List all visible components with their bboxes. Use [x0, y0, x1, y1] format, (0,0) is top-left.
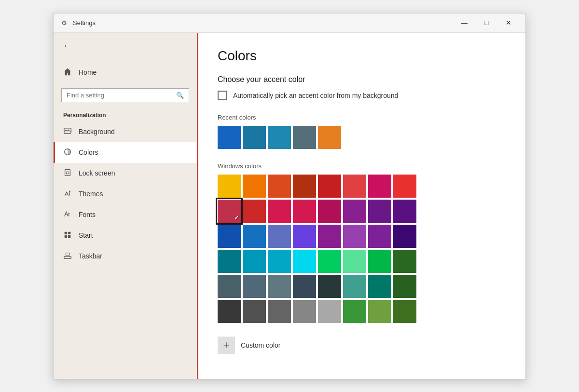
sidebar-item-taskbar[interactable]: Taskbar: [54, 246, 197, 267]
windows-color-swatch[interactable]: [268, 225, 291, 248]
windows-color-swatch[interactable]: [268, 200, 291, 223]
page-title: Colors: [218, 48, 506, 64]
search-box[interactable]: 🔍: [61, 88, 189, 102]
accent-heading: Choose your accent color: [218, 75, 506, 84]
recent-color-swatch[interactable]: [243, 126, 266, 149]
auto-accent-row: Automatically pick an accent color from …: [218, 91, 506, 100]
windows-color-swatch[interactable]: [343, 275, 366, 298]
sidebar-item-themes[interactable]: Themes: [54, 184, 197, 204]
windows-color-swatch[interactable]: [243, 175, 266, 198]
sidebar-item-lockscreen[interactable]: Lock screen: [54, 163, 197, 184]
recent-colors-row: [218, 126, 506, 149]
svg-rect-2: [65, 169, 70, 176]
windows-color-swatch[interactable]: [368, 225, 391, 248]
home-icon: [63, 68, 72, 78]
windows-color-swatch[interactable]: [343, 175, 366, 198]
titlebar-left: ⚙ Settings: [61, 19, 96, 27]
windows-color-swatch[interactable]: [343, 250, 366, 273]
windows-color-swatch[interactable]: [318, 300, 341, 323]
windows-color-swatch[interactable]: [268, 300, 291, 323]
auto-accent-label: Automatically pick an accent color from …: [233, 92, 398, 99]
close-button[interactable]: ✕: [497, 13, 520, 32]
sidebar-item-start[interactable]: Start: [54, 225, 197, 246]
custom-color-button[interactable]: + Custom color: [218, 333, 506, 358]
titlebar-controls: — □ ✕: [453, 13, 520, 32]
windows-color-swatch[interactable]: [293, 250, 316, 273]
windows-color-swatch[interactable]: [243, 300, 266, 323]
svg-rect-11: [66, 253, 69, 255]
windows-color-swatch[interactable]: [368, 200, 391, 223]
windows-color-swatch[interactable]: [318, 200, 341, 223]
maximize-button[interactable]: □: [475, 13, 497, 32]
colors-label: Colors: [79, 149, 98, 156]
windows-color-swatch[interactable]: [393, 225, 416, 248]
windows-color-swatch[interactable]: [318, 225, 341, 248]
windows-color-swatch[interactable]: [243, 225, 266, 248]
main-content: Colors Choose your accent color Automati…: [198, 33, 525, 379]
windows-color-swatch[interactable]: [218, 175, 241, 198]
svg-rect-6: [65, 231, 67, 234]
windows-color-swatch[interactable]: [393, 250, 416, 273]
background-label: Background: [79, 128, 115, 135]
taskbar-icon: [63, 251, 72, 261]
windows-color-swatch[interactable]: [343, 300, 366, 323]
windows-color-swatch[interactable]: [243, 200, 266, 223]
windows-color-swatch[interactable]: [318, 250, 341, 273]
windows-color-swatch[interactable]: [343, 225, 366, 248]
recent-color-swatch[interactable]: [218, 126, 241, 149]
windows-color-swatch[interactable]: [268, 175, 291, 198]
lockscreen-icon: [63, 168, 72, 178]
svg-rect-9: [68, 235, 70, 237]
windows-color-swatch[interactable]: [318, 275, 341, 298]
windows-color-swatch[interactable]: [243, 275, 266, 298]
windows-color-swatch[interactable]: [318, 175, 341, 198]
windows-color-swatch[interactable]: [393, 175, 416, 198]
svg-rect-10: [64, 256, 71, 258]
themes-label: Themes: [79, 190, 103, 198]
windows-color-swatch[interactable]: [343, 200, 366, 223]
taskbar-label: Taskbar: [79, 252, 102, 260]
windows-color-swatch[interactable]: [293, 225, 316, 248]
windows-color-swatch[interactable]: [393, 200, 416, 223]
sidebar-item-fonts[interactable]: Fonts: [54, 204, 197, 225]
auto-accent-checkbox[interactable]: [218, 91, 227, 100]
titlebar: ⚙ Settings — □ ✕: [54, 14, 525, 33]
fonts-icon: [63, 210, 72, 220]
svg-rect-7: [68, 231, 70, 234]
start-label: Start: [79, 231, 93, 239]
recent-colors-label: Recent colors: [218, 114, 506, 121]
windows-color-swatch[interactable]: [218, 225, 241, 248]
windows-color-swatch[interactable]: [393, 300, 416, 323]
windows-color-swatch[interactable]: [293, 175, 316, 198]
svg-rect-3: [66, 172, 69, 174]
windows-color-swatch[interactable]: [243, 250, 266, 273]
sidebar-item-colors[interactable]: Colors: [54, 142, 197, 163]
app-icon: ⚙: [61, 19, 67, 27]
recent-color-swatch[interactable]: [293, 126, 316, 149]
windows-color-swatch[interactable]: [293, 300, 316, 323]
windows-color-swatch[interactable]: [218, 275, 241, 298]
windows-color-swatch[interactable]: [268, 275, 291, 298]
back-button[interactable]: ←: [54, 33, 197, 59]
windows-color-swatch[interactable]: [368, 300, 391, 323]
windows-color-swatch[interactable]: [293, 275, 316, 298]
windows-color-swatch[interactable]: [293, 200, 316, 223]
themes-icon: [63, 189, 72, 199]
recent-color-swatch[interactable]: [268, 126, 291, 149]
search-input[interactable]: [67, 92, 176, 99]
minimize-button[interactable]: —: [453, 13, 475, 32]
sidebar-item-background[interactable]: Background: [54, 122, 197, 142]
colors-icon: [63, 148, 72, 158]
svg-rect-8: [65, 235, 67, 237]
windows-color-swatch[interactable]: [368, 250, 391, 273]
recent-color-swatch[interactable]: [318, 126, 341, 149]
windows-color-swatch[interactable]: [218, 250, 241, 273]
windows-color-swatch[interactable]: [368, 175, 391, 198]
home-nav-item[interactable]: Home: [54, 59, 197, 86]
windows-color-swatch[interactable]: [368, 275, 391, 298]
windows-color-swatch[interactable]: [268, 250, 291, 273]
windows-color-swatch[interactable]: [393, 275, 416, 298]
windows-color-swatch[interactable]: ✓: [218, 200, 241, 223]
windows-color-swatch[interactable]: [218, 300, 241, 323]
custom-color-label: Custom color: [241, 341, 280, 349]
